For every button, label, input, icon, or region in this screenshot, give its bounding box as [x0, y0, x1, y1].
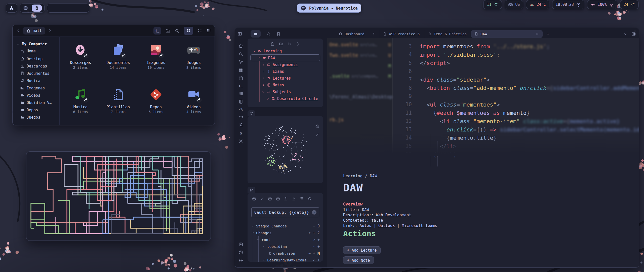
tree-item-lectures[interactable]: Lectures	[248, 75, 323, 82]
git-pull-icon[interactable]	[292, 196, 296, 201]
tab-tema-6-pr-cticas---[interactable]: Tema 6 Prácticas -…	[425, 30, 471, 38]
pipes-terminal-window[interactable]	[26, 151, 211, 241]
sidebar-item-desktop[interactable]: Desktop	[13, 55, 59, 62]
sidebar-item-obsidianv[interactable]: Obsidian V…	[13, 99, 59, 106]
commit-message-input[interactable]: vault backup: {{date}} ✕	[251, 207, 319, 217]
git-unstage-all-icon[interactable]	[276, 196, 280, 201]
sidebar-toggle-icon[interactable]	[237, 31, 242, 36]
graph-animate-icon[interactable]	[315, 133, 319, 137]
git-row--obsidian[interactable]: .obsidian↶+	[248, 243, 323, 250]
new-folder-button[interactable]	[166, 28, 170, 33]
git-commit-and-push-icon[interactable]	[252, 196, 256, 201]
link-outlook[interactable]: Outlook	[378, 223, 395, 228]
ribbon-swords[interactable]	[238, 139, 243, 144]
folder-item-descargas[interactable]: Descargas2 items	[62, 43, 99, 88]
sidebar-item-documentos[interactable]: Documentos	[13, 70, 59, 77]
tray-notifications[interactable]: 24	[620, 0, 639, 9]
git-panel-tab[interactable]	[248, 187, 255, 193]
currency-icon[interactable]: $	[240, 131, 242, 135]
folder-item-imagenes[interactable]: Imagenes10 items	[137, 43, 175, 88]
folder-item-repos[interactable]: Repos6 items	[137, 88, 175, 125]
ribbon-book[interactable]	[238, 99, 243, 104]
tab-dashboard[interactable]: Dashboard	[335, 30, 379, 38]
workspaces[interactable]	[20, 4, 45, 13]
ribbon-search[interactable]	[238, 52, 243, 56]
open-terminal-button[interactable]: $_	[153, 27, 161, 35]
back-button[interactable]	[16, 28, 21, 33]
sidebar-item-repos[interactable]: Repos	[13, 106, 59, 114]
ribbon-grid[interactable]	[238, 68, 243, 73]
sort-order-icon[interactable]	[288, 42, 292, 46]
templater-icon[interactable]: <%	[239, 107, 243, 111]
explorer-view-tab[interactable]	[251, 30, 261, 38]
sidebar-item-musica[interactable]: Musica	[13, 77, 59, 84]
new-note-icon[interactable]	[270, 42, 275, 46]
git-commit-icon[interactable]	[260, 196, 264, 201]
sidebar-item-descargas[interactable]: Descargas	[13, 62, 59, 70]
list-view-button[interactable]	[197, 28, 202, 33]
folder-item-documentos[interactable]: Documentos14 items	[99, 43, 137, 88]
folder-item-plantillas[interactable]: Plantillas7 items	[99, 88, 137, 125]
tab-asp-practice-6[interactable]: ASP Practice 6	[379, 30, 425, 38]
clear-commit-message-icon[interactable]: ✕	[312, 210, 316, 215]
sidebar-item-imagenes[interactable]: Imagenes	[13, 84, 59, 92]
ribbon-gear[interactable]	[238, 258, 243, 263]
graph-settings-gear-icon[interactable]	[315, 124, 319, 128]
bookmarks-view-tab[interactable]	[276, 32, 281, 36]
folder-item-musica[interactable]: Musica6 items	[62, 88, 99, 125]
collapse-all-icon[interactable]	[296, 42, 300, 46]
ribbon-home[interactable]	[238, 44, 243, 48]
active-workspace-chip[interactable]	[32, 5, 42, 12]
ribbon-question[interactable]	[238, 250, 243, 255]
git-row-root[interactable]: root↶+	[248, 236, 323, 243]
firefox-workspace-icon[interactable]	[23, 5, 29, 11]
file-manager-toolbar[interactable]: matt $_	[13, 25, 215, 37]
tree-item-desarrollo-cliente[interactable]: Desarrollo-Cliente	[248, 95, 323, 102]
sidebar-root[interactable]: My Computer	[13, 40, 59, 48]
git-row-learning-daw-exams[interactable]: Learning/DAW/Exams↶+	[248, 257, 323, 262]
new-folder-icon[interactable]	[279, 42, 283, 46]
git-row-graph-json[interactable]: graph.json↶+M	[248, 250, 323, 257]
search-view-tab[interactable]	[266, 32, 271, 36]
graph-panel-tab[interactable]	[248, 110, 255, 116]
link-microsoft-teams[interactable]: Microsoft Teams	[402, 223, 437, 228]
new-tab-button[interactable]: +	[543, 31, 553, 37]
ribbon-gamepad[interactable]	[238, 115, 243, 119]
ribbon-table[interactable]	[238, 91, 243, 96]
ribbon-graph-net[interactable]	[238, 60, 243, 64]
ribbon-file-search[interactable]	[238, 123, 243, 127]
tray-volume[interactable]: 100%	[587, 0, 617, 9]
compact-view-button[interactable]	[207, 28, 211, 33]
graph-view[interactable]	[248, 116, 323, 183]
sidebar-item-juegos[interactable]: Juegos	[13, 114, 59, 121]
search-button[interactable]	[175, 28, 179, 33]
tray-keyboard-layout[interactable]: US	[505, 0, 523, 9]
breadcrumb[interactable]: matt	[23, 27, 45, 35]
folder-item-videos[interactable]: Videos4 items	[175, 88, 213, 125]
tree-item-assignments[interactable]: Assignments	[248, 61, 323, 68]
tray-weather[interactable]: 24°C	[526, 0, 549, 9]
grid-view-button[interactable]	[184, 27, 193, 35]
tree-item-learning[interactable]: Learning	[248, 48, 323, 54]
ribbon-calendar[interactable]	[238, 76, 243, 81]
tray-updates[interactable]: 11	[483, 0, 502, 9]
link-aules[interactable]: Aules	[359, 223, 371, 228]
tray-clock[interactable]: 18:08:28	[552, 0, 584, 9]
split-layout-icon[interactable]	[631, 32, 636, 36]
music-player-widget[interactable]: Polyphia - Neurotica	[297, 4, 361, 13]
sidebar-item-home[interactable]: Home	[13, 48, 59, 55]
tree-item-daw[interactable]: DAW	[248, 54, 323, 61]
tab-list-chevron-icon[interactable]	[623, 32, 627, 36]
git-push-icon[interactable]	[284, 196, 288, 201]
git-refresh-icon[interactable]	[307, 196, 312, 201]
sidebar-item-videos[interactable]: Videos	[13, 92, 59, 99]
folder-item-juegos[interactable]: Juegos8 items	[175, 43, 213, 88]
terminal-icon[interactable]: >_	[239, 84, 243, 88]
tab-daw[interactable]: DAW	[471, 30, 543, 38]
tree-item-notes[interactable]: Notes	[248, 82, 323, 88]
action-button---add-note[interactable]: + Add Note	[343, 256, 374, 264]
git-row-staged-changes[interactable]: Staged Changes−0	[248, 223, 323, 229]
tree-item-subjects[interactable]: Subjects	[248, 88, 323, 95]
tree-item-exams[interactable]: !Exams	[248, 68, 323, 75]
launcher-button[interactable]	[6, 4, 17, 13]
